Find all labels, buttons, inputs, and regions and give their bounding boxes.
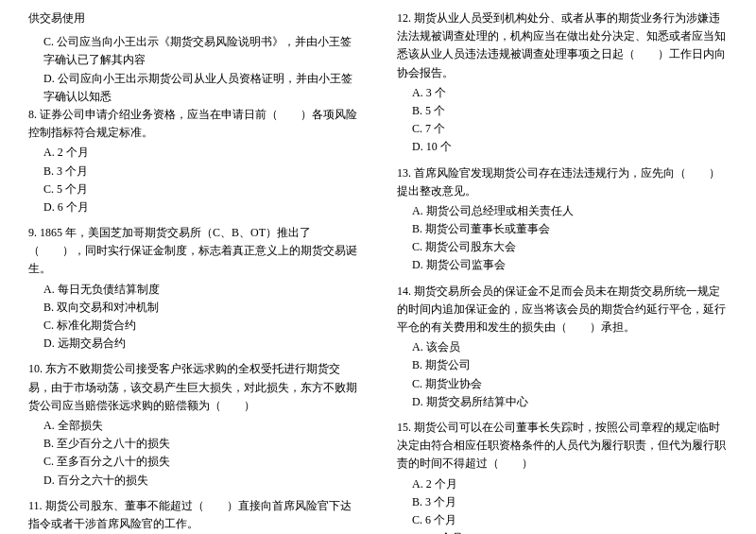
page-content: 供交易使用C. 公司应当向小王出示《期货交易风险说明书》，并由小王签字确认已了解… <box>28 9 728 534</box>
option-3-2: C. 6 个月 <box>397 511 728 529</box>
question-text-6: 11. 期货公司股东、董事不能超过（ ）直接向首席风险官下达指令或者干涉首席风险… <box>28 497 359 533</box>
option-4-0: A. 每日无负债结算制度 <box>28 281 359 299</box>
option-3-3: D. 6 个月 <box>28 198 359 216</box>
option-3-1: B. 3 个月 <box>397 493 728 511</box>
option-4-3: D. 远期交易合约 <box>28 335 359 353</box>
question-text-1: 13. 首席风险官发现期货公司存在违法违规行为，应先向（ ）提出整改意见。 <box>397 164 728 200</box>
option-3-2: C. 5 个月 <box>28 181 359 198</box>
option-4-1: B. 双向交易和对冲机制 <box>28 299 359 317</box>
option-5-0: A. 全部损失 <box>28 417 359 435</box>
option-5-2: C. 至多百分之八十的损失 <box>28 453 359 471</box>
option-1-0: A. 期货公司总经理或相关责任人 <box>397 202 728 220</box>
option-5-3: D. 百分之六十的损失 <box>28 472 359 490</box>
option-4-2: C. 标准化期货合约 <box>28 317 359 335</box>
option-3-0: A. 2 个月 <box>397 475 728 493</box>
option-1-2: C. 期货公司股东大会 <box>397 238 728 256</box>
option-0-3: D. 10 个 <box>397 138 728 156</box>
option-0-2: C. 7 个 <box>397 120 728 138</box>
question-block-3: 15. 期货公司可以在公司董事长失踪时，按照公司章程的规定临时决定由符合相应任职… <box>397 419 728 534</box>
two-column-layout: 供交易使用C. 公司应当向小王出示《期货交易风险说明书》，并由小王签字确认已了解… <box>28 9 728 534</box>
question-text-5: 10. 东方不败期货公司接受客户张远求购的全权受托进行期货交易，由于市场动荡，该… <box>28 360 359 415</box>
standalone-option-1: C. 公司应当向小王出示《期货交易风险说明书》，并由小王签字确认已了解其内容 <box>28 33 359 69</box>
question-block-3: 8. 证券公司申请介绍业务资格，应当在申请日前（ ）各项风险控制指标符合规定标准… <box>28 106 359 216</box>
question-text-2: 14. 期货交易所会员的保证金不足而会员未在期货交易所统一规定的时间内追加保证金… <box>397 283 728 337</box>
option-2-3: D. 期货交易所结算中心 <box>397 393 728 411</box>
option-2-2: C. 期货业协会 <box>397 375 728 393</box>
option-2-1: B. 期货公司 <box>397 356 728 374</box>
option-3-3: D. 12 个月 <box>397 529 728 534</box>
question-block-6: 11. 期货公司股东、董事不能超过（ ）直接向首席风险官下达指令或者干涉首席风险… <box>28 497 359 534</box>
option-3-0: A. 2 个月 <box>28 144 359 162</box>
section-intro-0: 供交易使用 <box>28 9 359 27</box>
question-block-2: 14. 期货交易所会员的保证金不足而会员未在期货交易所统一规定的时间内追加保证金… <box>397 283 728 411</box>
option-0-0: A. 3 个 <box>397 84 728 102</box>
question-text-4: 9. 1865 年，美国芝加哥期货交易所（C、B、OT）推出了（ ），同时实行保… <box>28 224 359 279</box>
question-block-0: 12. 期货从业人员受到机构处分、或者从事的期货业务行为涉嫌违法法规被调查处理的… <box>397 9 728 157</box>
option-1-3: D. 期货公司监事会 <box>397 256 728 274</box>
left-column: 供交易使用C. 公司应当向小王出示《期货交易风险说明书》，并由小王签字确认已了解… <box>28 9 369 534</box>
question-block-4: 9. 1865 年，美国芝加哥期货交易所（C、B、OT）推出了（ ），同时实行保… <box>28 224 359 353</box>
right-column: 12. 期货从业人员受到机构处分、或者从事的期货业务行为涉嫌违法法规被调查处理的… <box>387 9 728 534</box>
option-5-1: B. 至少百分之八十的损失 <box>28 435 359 453</box>
option-3-1: B. 3 个月 <box>28 163 359 181</box>
standalone-option-2: D. 公司应向小王出示期货公司从业人员资格证明，并由小王签字确认以知悉 <box>28 70 359 106</box>
question-text-3: 8. 证券公司申请介绍业务资格，应当在申请日前（ ）各项风险控制指标符合规定标准… <box>28 106 359 142</box>
question-block-5: 10. 东方不败期货公司接受客户张远求购的全权受托进行期货交易，由于市场动荡，该… <box>28 360 359 489</box>
option-2-0: A. 该会员 <box>397 338 728 356</box>
option-1-1: B. 期货公司董事长或董事会 <box>397 220 728 238</box>
question-text-0: 12. 期货从业人员受到机构处分、或者从事的期货业务行为涉嫌违法法规被调查处理的… <box>397 9 728 82</box>
question-text-3: 15. 期货公司可以在公司董事长失踪时，按照公司章程的规定临时决定由符合相应任职… <box>397 419 728 474</box>
question-block-1: 13. 首席风险官发现期货公司存在违法违规行为，应先向（ ）提出整改意见。A. … <box>397 164 728 275</box>
option-0-1: B. 5 个 <box>397 102 728 120</box>
